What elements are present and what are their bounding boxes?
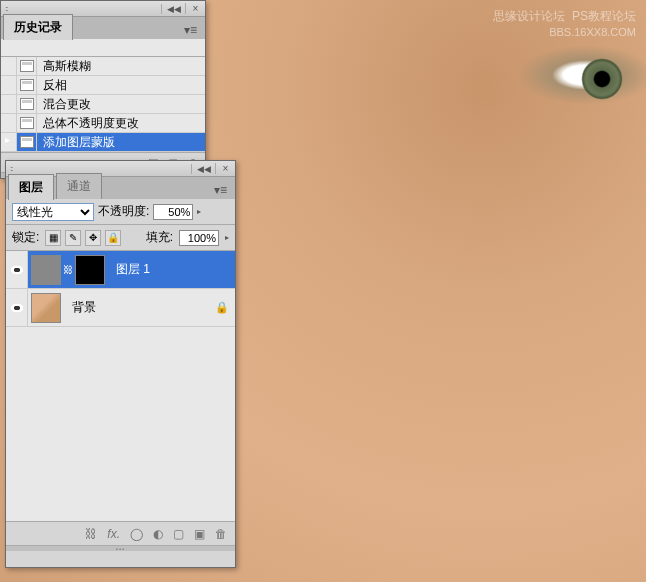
layer-list: ⛓ 图层 1 背景 🔒: [6, 251, 235, 521]
history-item-label: 混合更改: [37, 96, 205, 113]
lock-label: 锁定:: [12, 229, 39, 246]
history-step-icon: [20, 79, 34, 91]
layers-tabs: 图层 通道 ▾≡: [6, 177, 235, 199]
delete-layer-button[interactable]: 🗑: [215, 527, 227, 541]
fill-flyout-button[interactable]: ▸: [225, 233, 229, 242]
tab-channels[interactable]: 通道: [56, 173, 102, 199]
lock-transparency-button[interactable]: ▦: [45, 230, 61, 246]
lock-fill-row: 锁定: ▦ ✎ ✥ 🔒 填充: ▸: [6, 225, 235, 251]
history-tabs: 历史记录 ▾≡: [1, 17, 205, 39]
close-button[interactable]: ×: [215, 163, 235, 174]
layer-thumbnail[interactable]: [31, 255, 61, 285]
link-layers-button[interactable]: ⛓: [85, 527, 97, 541]
resize-handle[interactable]: [6, 545, 235, 551]
history-item-label: 反相: [37, 77, 205, 94]
history-item-label: 添加图层蒙版: [37, 134, 205, 151]
lock-icon: 🔒: [215, 301, 235, 314]
opacity-input[interactable]: [153, 204, 193, 220]
lock-all-button[interactable]: 🔒: [105, 230, 121, 246]
visibility-icon[interactable]: [10, 303, 24, 313]
history-panel: :::::: ◀◀ × 历史记录 ▾≡ 高斯模糊 反相 混合更改 总体不透明度更…: [0, 0, 206, 179]
tab-history[interactable]: 历史记录: [3, 14, 73, 40]
history-brush-icon: ▸: [1, 133, 13, 145]
add-mask-button[interactable]: ◯: [130, 527, 143, 541]
layer-row-selected[interactable]: ⛓ 图层 1: [6, 251, 235, 289]
grip-icon: ::::::: [10, 164, 11, 173]
layer-name[interactable]: 背景: [64, 299, 215, 316]
history-item-selected[interactable]: ▸ 添加图层蒙版: [1, 133, 205, 152]
fill-input[interactable]: [179, 230, 219, 246]
watermark: 思缘设计论坛 PS教程论坛 BBS.16XX8.COM: [493, 8, 636, 40]
history-body: 高斯模糊 反相 混合更改 总体不透明度更改 ▸ 添加图层蒙版 ▣ ▢ 🗑: [1, 39, 205, 172]
history-step-icon: [20, 98, 34, 110]
blend-opacity-row: 线性光 不透明度: ▸: [6, 199, 235, 225]
history-item-label: 总体不透明度更改: [37, 115, 205, 132]
history-step-icon: [20, 60, 34, 72]
layer-row[interactable]: 背景 🔒: [6, 289, 235, 327]
panel-menu-button[interactable]: ▾≡: [206, 181, 235, 199]
blend-mode-select[interactable]: 线性光: [12, 203, 94, 221]
history-step-icon: [20, 136, 34, 148]
mask-thumbnail[interactable]: [75, 255, 105, 285]
layers-panel: :::::: ◀◀ × 图层 通道 ▾≡ 线性光 不透明度: ▸ 锁定: ▦ ✎…: [5, 160, 236, 568]
adjustment-layer-button[interactable]: ◐: [153, 527, 163, 541]
lock-position-button[interactable]: ✥: [85, 230, 101, 246]
panel-menu-button[interactable]: ▾≡: [176, 21, 205, 39]
grip-icon: ::::::: [5, 4, 6, 13]
minimize-button[interactable]: ◀◀: [191, 164, 215, 174]
visibility-icon[interactable]: [10, 265, 24, 275]
tab-layers[interactable]: 图层: [8, 174, 54, 200]
history-item-label: 高斯模糊: [37, 58, 205, 75]
new-layer-button[interactable]: ▣: [194, 527, 205, 541]
opacity-label: 不透明度:: [98, 203, 149, 220]
history-step-icon: [20, 117, 34, 129]
lock-pixels-button[interactable]: ✎: [65, 230, 81, 246]
layer-thumbnail[interactable]: [31, 293, 61, 323]
new-group-button[interactable]: ▢: [173, 527, 184, 541]
history-item[interactable]: 反相: [1, 76, 205, 95]
mask-link-icon[interactable]: ⛓: [63, 255, 73, 285]
layer-style-button[interactable]: fx.: [107, 527, 120, 541]
opacity-flyout-button[interactable]: ▸: [197, 207, 201, 216]
close-button[interactable]: ×: [185, 3, 205, 14]
history-item[interactable]: 混合更改: [1, 95, 205, 114]
fill-label: 填充:: [146, 229, 173, 246]
history-snapshot-row: [1, 39, 205, 57]
minimize-button[interactable]: ◀◀: [161, 4, 185, 14]
history-item[interactable]: 高斯模糊: [1, 57, 205, 76]
layers-footer: ⛓ fx. ◯ ◐ ▢ ▣ 🗑: [6, 521, 235, 545]
history-item[interactable]: 总体不透明度更改: [1, 114, 205, 133]
layer-name[interactable]: 图层 1: [108, 261, 235, 278]
